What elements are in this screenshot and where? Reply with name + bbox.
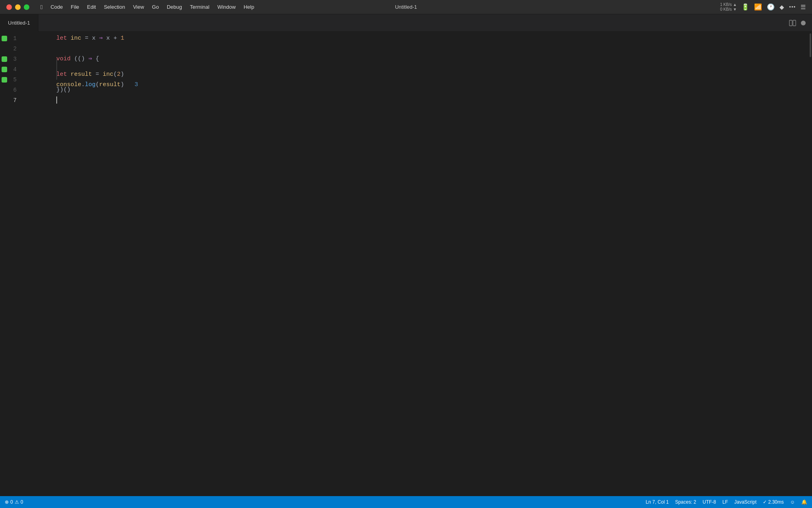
errors-status[interactable]: ⊗ 0 ⚠ 0 <box>5 499 23 505</box>
menu-go[interactable]: Go <box>149 3 162 11</box>
language-status[interactable]: JavaScript <box>734 499 756 505</box>
smiley-icon[interactable]: ☺ <box>790 499 795 505</box>
wifi-icon: 📶 <box>754 3 762 11</box>
status-right: Ln 7, Col 1 Spaces: 2 UTF-8 LF JavaScrip… <box>646 499 807 505</box>
maximize-button[interactable] <box>24 4 29 10</box>
warning-count: 0 <box>21 499 23 505</box>
breakpoint-3[interactable] <box>0 56 9 62</box>
menu-edit[interactable]: Edit <box>84 3 99 11</box>
line-number-7: 7 <box>9 95 25 106</box>
more-icon: ••• <box>789 4 796 10</box>
line-number-1: 1 <box>9 33 25 44</box>
editor-container: 1 let inc = x ⇒ x + 1 2 3 void (() ⇒ { 4 <box>0 32 812 496</box>
spaces-status[interactable]: Spaces: 2 <box>675 499 696 505</box>
menu-window[interactable]: Window <box>214 3 239 11</box>
scrollbar-track[interactable] <box>809 32 812 496</box>
error-count: 0 <box>10 499 13 505</box>
battery-icon: 🔋 <box>741 3 749 11</box>
breakpoint-4[interactable] <box>0 67 9 72</box>
clock-icon: 🕐 <box>767 3 775 11</box>
line-number-2: 2 <box>9 44 25 54</box>
title-bar:  Code File Edit Selection View Go Debug… <box>0 0 812 14</box>
status-bar: ⊗ 0 ⚠ 0 Ln 7, Col 1 Spaces: 2 UTF-8 LF J… <box>0 496 812 508</box>
menu-view[interactable]: View <box>130 3 147 11</box>
menu-help[interactable]: Help <box>240 3 257 11</box>
menu-file[interactable]: File <box>68 3 82 11</box>
menu-code[interactable]: Code <box>47 3 66 11</box>
code-line-1: 1 let inc = x ⇒ x + 1 <box>0 33 812 44</box>
apple-menu[interactable]:  <box>37 3 46 11</box>
warning-icon: ⚠ <box>15 499 19 505</box>
window-title: Untitled-1 <box>395 4 417 10</box>
menu-terminal[interactable]: Terminal <box>187 3 213 11</box>
traffic-lights <box>6 4 29 10</box>
line-number-5: 5 <box>9 75 25 85</box>
encoding-status[interactable]: UTF-8 <box>703 499 716 505</box>
code-editor[interactable]: 1 let inc = x ⇒ x + 1 2 3 void (() ⇒ { 4 <box>0 32 812 496</box>
list-icon: ☰ <box>801 4 806 11</box>
minimize-button[interactable] <box>15 4 21 10</box>
line-content-7 <box>25 85 812 116</box>
status-left: ⊗ 0 ⚠ 0 <box>5 499 23 505</box>
line-number-3: 3 <box>9 54 25 64</box>
breakpoint-5[interactable] <box>0 77 9 83</box>
timing-status[interactable]: ✓ 2.30ms <box>763 499 784 505</box>
eol-status[interactable]: LF <box>722 499 728 505</box>
menu-bar:  Code File Edit Selection View Go Debug… <box>37 3 257 11</box>
menu-debug[interactable]: Debug <box>164 3 185 11</box>
title-bar-left:  Code File Edit Selection View Go Debug… <box>6 3 257 11</box>
cursor-position[interactable]: Ln 7, Col 1 <box>646 499 669 505</box>
close-button[interactable] <box>6 4 12 10</box>
breakpoint-1[interactable] <box>0 36 9 41</box>
code-line-7: 7 <box>0 95 812 106</box>
error-circle-icon: ⊗ <box>5 499 9 505</box>
line-number-6: 6 <box>9 85 25 95</box>
bell-icon[interactable]: 🔔 <box>801 499 807 505</box>
scrollbar-thumb[interactable] <box>810 33 811 57</box>
menu-selection[interactable]: Selection <box>101 3 128 11</box>
network-speed: 1 KB/s ▲ 0 KB/s ▼ <box>720 2 737 12</box>
extensions-icon: ◆ <box>779 4 784 11</box>
title-bar-right: 1 KB/s ▲ 0 KB/s ▼ 🔋 📶 🕐 ◆ ••• ☰ <box>720 2 806 12</box>
line-number-4: 4 <box>9 64 25 75</box>
